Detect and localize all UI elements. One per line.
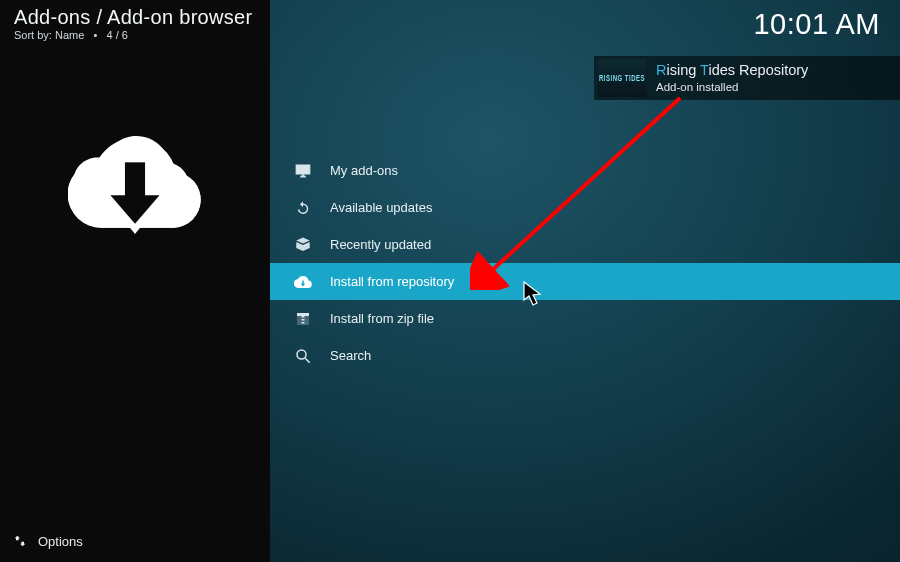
notification-thumbnail: RISING TIDES — [598, 59, 646, 97]
title-part-1: ising — [666, 62, 700, 78]
sort-separator: • — [87, 29, 103, 41]
svg-line-6 — [305, 358, 310, 363]
thumbnail-text: RISING TIDES — [599, 74, 645, 82]
menu-item-label: Install from repository — [330, 274, 454, 289]
settings-sliders-icon — [12, 533, 28, 549]
addon-menu: My add-ons Available updates Recently up… — [270, 152, 900, 374]
title-rest: Repository — [735, 62, 808, 78]
menu-item-label: Search — [330, 348, 371, 363]
notification-subtitle: Add-on installed — [656, 80, 808, 94]
options-label: Options — [38, 534, 83, 549]
svg-point-5 — [297, 350, 306, 359]
menu-item-label: Available updates — [330, 200, 432, 215]
title-part-2: ides — [708, 62, 735, 78]
options-button[interactable]: Options — [0, 520, 270, 562]
monitor-icon — [294, 162, 312, 180]
notification-toast: RISING TIDES Rising Tides Repository Add… — [594, 56, 900, 100]
sort-indicator: Sort by: Name • 4 / 6 — [14, 29, 128, 41]
menu-item-recently-updated[interactable]: Recently updated — [270, 226, 900, 263]
download-cloud-icon — [68, 116, 202, 250]
notification-title: Rising Tides Repository — [656, 61, 808, 79]
menu-item-available-updates[interactable]: Available updates — [270, 189, 900, 226]
box-open-icon — [294, 236, 312, 254]
search-icon — [294, 347, 312, 365]
svg-rect-0 — [125, 162, 145, 197]
menu-item-install-from-zip[interactable]: Install from zip file — [270, 300, 900, 337]
sidebar: Add-ons / Add-on browser Sort by: Name •… — [0, 0, 270, 562]
menu-item-label: My add-ons — [330, 163, 398, 178]
clock: 10:01 AM — [753, 8, 880, 41]
sort-label: Sort by: Name — [14, 29, 84, 41]
menu-item-label: Recently updated — [330, 237, 431, 252]
menu-item-my-addons[interactable]: My add-ons — [270, 152, 900, 189]
menu-item-search[interactable]: Search — [270, 337, 900, 374]
refresh-icon — [294, 199, 312, 217]
menu-item-label: Install from zip file — [330, 311, 434, 326]
title-hl-1: R — [656, 62, 666, 78]
zip-box-icon — [294, 310, 312, 328]
breadcrumb: Add-ons / Add-on browser — [14, 6, 252, 29]
menu-item-install-from-repository[interactable]: Install from repository — [270, 263, 900, 300]
cloud-download-icon — [294, 273, 312, 291]
list-position: 4 / 6 — [107, 29, 128, 41]
